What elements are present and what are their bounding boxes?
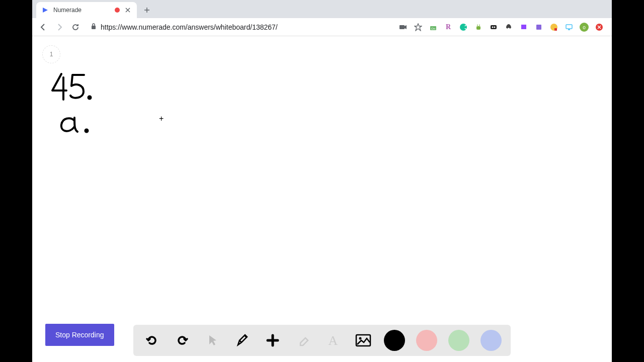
svg-text:On: On [431,27,435,30]
redo-button[interactable] [173,331,192,350]
recording-indicator-icon [115,8,120,13]
svg-text:o: o [583,25,586,30]
svg-rect-6 [476,26,480,30]
svg-point-11 [494,26,496,28]
profile-avatar-icon[interactable]: o [580,23,589,32]
extension-tag-icon[interactable] [534,23,543,32]
svg-rect-13 [536,25,541,30]
forward-button[interactable] [52,20,66,34]
svg-marker-0 [43,8,48,13]
undo-button[interactable] [142,331,162,350]
color-red-button[interactable] [416,330,437,351]
star-icon[interactable] [414,23,423,32]
extension-monitor-icon[interactable] [565,23,574,32]
browser-window: Numerade https://www.numerade.com/answer… [32,0,612,362]
svg-rect-1 [92,26,96,29]
svg-point-10 [492,26,494,28]
extension-mask-icon[interactable] [489,23,498,32]
camera-icon[interactable] [398,23,408,32]
svg-rect-12 [521,25,526,29]
svg-text:A: A [329,333,338,348]
tab-title: Numerade [53,7,111,14]
pen-tool-button[interactable] [233,331,252,350]
new-tab-button[interactable] [140,3,154,17]
reload-button[interactable] [68,20,83,34]
extension-1-icon[interactable]: On [429,23,438,32]
svg-rect-9 [491,25,497,29]
svg-point-21 [89,97,91,99]
extension-close-icon[interactable] [595,23,604,32]
color-black-button[interactable] [384,330,405,351]
lock-icon [91,23,97,31]
url-field[interactable]: https://www.numerade.com/answers/whitebo… [85,20,396,34]
image-tool-button[interactable] [354,331,373,350]
url-text: https://www.numerade.com/answers/whitebo… [101,23,278,31]
extension-onetab-icon[interactable] [549,23,558,32]
svg-point-8 [479,25,480,26]
favicon-icon [41,6,49,14]
back-button[interactable] [36,20,50,34]
extension-rocket-icon[interactable] [504,23,513,32]
color-green-button[interactable] [448,330,469,351]
whiteboard-toolbar: A [133,325,511,356]
svg-point-5 [460,24,467,31]
stop-recording-button[interactable]: Stop Recording [45,324,114,346]
svg-point-22 [86,130,88,132]
close-tab-button[interactable] [124,6,132,14]
whiteboard-canvas[interactable] [32,36,612,362]
svg-rect-17 [568,29,570,30]
extension-android-icon[interactable] [474,23,483,32]
svg-rect-15 [554,28,557,31]
browser-tab[interactable]: Numerade [36,2,137,18]
address-bar: https://www.numerade.com/answers/whitebo… [32,18,612,36]
extension-twitch-icon[interactable] [519,23,528,32]
crosshair-cursor-icon: + [159,114,164,123]
extension-r-icon[interactable]: R [444,23,453,32]
whiteboard-content: 1 + Stop Recording [32,36,612,362]
extension-grammarly-icon[interactable] [459,23,468,32]
add-tool-button[interactable] [263,331,282,350]
svg-rect-16 [566,25,572,29]
eraser-tool-button[interactable] [293,331,312,350]
svg-point-7 [477,25,478,26]
pointer-tool-button[interactable] [203,331,222,350]
color-blue-button[interactable] [480,330,502,351]
svg-point-25 [359,337,362,340]
extension-icons: On R [398,23,608,32]
text-tool-button[interactable]: A [324,331,343,350]
tab-bar: Numerade [32,0,612,18]
svg-rect-2 [399,25,405,29]
